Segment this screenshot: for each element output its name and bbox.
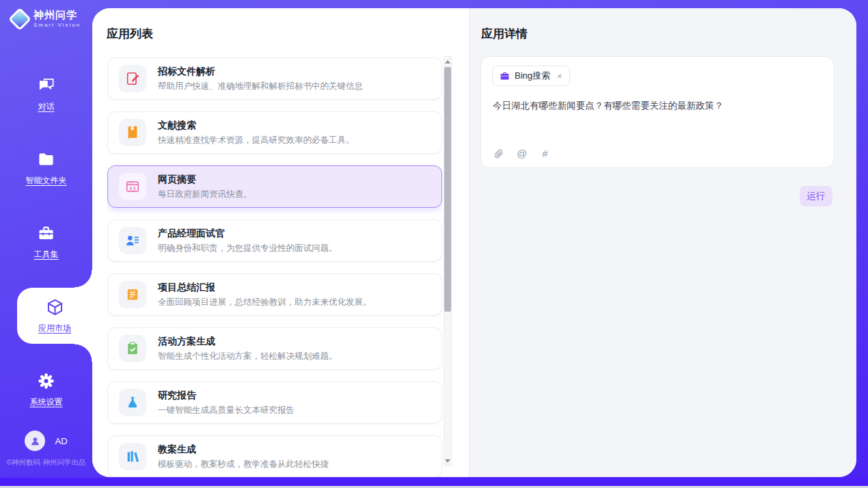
app-detail-panel: 应用详情 Bing搜索 × 今日湖北有哪些新闻要点？有哪些需要关注的最新政策？ … bbox=[469, 8, 856, 477]
app-icon-tile bbox=[119, 65, 146, 92]
app-card-title: 项目总结汇报 bbox=[158, 282, 372, 294]
interview-icon bbox=[125, 233, 140, 248]
scrollbar-up-arrow-icon[interactable] bbox=[444, 57, 451, 66]
app-icon-tile bbox=[119, 281, 146, 308]
clipboard-check-icon bbox=[125, 341, 140, 356]
app-icon-tile bbox=[119, 227, 146, 254]
user-initials: AD bbox=[55, 436, 67, 446]
sidebar-item[interactable]: 智能文件夹 bbox=[0, 131, 92, 205]
sidebar-item-label: 系统设置 bbox=[30, 396, 63, 408]
app-card[interactable]: 招标文件解析 帮助用户快速、准确地理解和解析招标书中的关键信息 bbox=[107, 57, 442, 100]
sidebar-item-label: 对话 bbox=[38, 101, 55, 113]
app-card-description: 明确身份和职责，为您提供专业性的面试问题。 bbox=[158, 243, 338, 254]
doc-edit-icon bbox=[125, 71, 140, 86]
book-icon bbox=[125, 125, 140, 140]
scrollbar-down-arrow-icon[interactable] bbox=[444, 456, 451, 465]
scrollbar-thumb[interactable] bbox=[444, 67, 451, 312]
sidebar-item[interactable]: 对话 bbox=[0, 57, 92, 131]
app-card-title: 活动方案生成 bbox=[158, 336, 338, 348]
sidebar: 神州问学 Smart Vision 对话 智能文件夹 工具集 应用市场 bbox=[0, 0, 92, 477]
app-card-title: 文献搜索 bbox=[158, 120, 355, 132]
sidebar-item[interactable]: 应用市场 bbox=[17, 288, 92, 344]
app-card-title: 产品经理面试官 bbox=[158, 228, 338, 240]
app-card[interactable]: 项目总结汇报 全面回顾项目进展，总结经验教训，助力未来优化发展。 bbox=[107, 273, 442, 316]
app-icon-tile bbox=[119, 119, 146, 146]
copyright-text: ©神州数码·神州问学出品 bbox=[0, 458, 92, 467]
at-icon[interactable]: @ bbox=[516, 148, 528, 159]
hash-icon[interactable]: # bbox=[539, 148, 551, 159]
composer-toolbar: @ # bbox=[493, 148, 551, 159]
main-content: 应用列表 招标文件解析 帮助用户快速、准确地理解和解析招标书中的关键信息 bbox=[92, 8, 856, 477]
diamond-logo-icon bbox=[8, 8, 31, 31]
avatar bbox=[25, 431, 45, 451]
app-card[interactable]: 文献搜索 快速精准查找学术资源，提高研究效率的必备工具。 bbox=[107, 111, 442, 154]
app-card-title: 研究报告 bbox=[158, 390, 295, 402]
app-card-title: 招标文件解析 bbox=[158, 66, 363, 78]
brand-name: 神州问学 bbox=[33, 10, 81, 21]
paperclip-icon[interactable] bbox=[493, 148, 504, 159]
bottom-accent-bar bbox=[0, 478, 868, 486]
books-icon bbox=[125, 449, 140, 464]
app-card[interactable]: 网页摘要 每日政府新闻资讯快查。 bbox=[107, 165, 442, 208]
app-detail-title: 应用详情 bbox=[481, 26, 528, 42]
app-card-description: 快速精准查找学术资源，提高研究效率的必备工具。 bbox=[158, 135, 355, 146]
app-card-description: 智能生成个性化活动方案，轻松解决规划难题。 bbox=[158, 351, 338, 362]
browser-code-icon bbox=[125, 179, 140, 194]
app-card[interactable]: 产品经理面试官 明确身份和职责，为您提供专业性的面试问题。 bbox=[107, 219, 442, 262]
chat-icon bbox=[37, 77, 55, 95]
app-icon-tile bbox=[119, 389, 146, 416]
prompt-input[interactable]: 今日湖北有哪些新闻要点？有哪些需要关注的最新政策？ bbox=[493, 99, 823, 113]
app-icon-tile bbox=[119, 443, 146, 470]
app-icon-tile bbox=[119, 335, 146, 362]
briefcase-icon bbox=[500, 71, 510, 81]
app-list-title: 应用列表 bbox=[107, 26, 153, 42]
research-flask-icon bbox=[125, 395, 140, 410]
run-button[interactable]: 运行 bbox=[800, 186, 832, 206]
sidebar-nav: 对话 智能文件夹 工具集 应用市场 系统设置 bbox=[0, 57, 92, 426]
brand-tagline: Smart Vision bbox=[33, 23, 81, 29]
sidebar-item-label: 应用市场 bbox=[38, 323, 71, 334]
tool-chip-label: Bing搜索 bbox=[515, 70, 550, 82]
user-account[interactable]: AD bbox=[0, 431, 92, 451]
cube-icon bbox=[46, 298, 64, 316]
folder-icon bbox=[37, 150, 55, 169]
tool-chip-bing-search[interactable]: Bing搜索 × bbox=[492, 66, 570, 86]
brand-logo[interactable]: 神州问学 Smart Vision bbox=[0, 10, 92, 28]
app-card-description: 帮助用户快速、准确地理解和解析招标书中的关键信息 bbox=[158, 81, 363, 92]
sidebar-item-label: 智能文件夹 bbox=[26, 175, 67, 187]
sidebar-item[interactable]: 工具集 bbox=[0, 205, 92, 279]
sidebar-item-label: 工具集 bbox=[34, 249, 59, 260]
app-card-description: 一键智能生成高质量长文本研究报告 bbox=[158, 405, 295, 416]
app-card-description: 模板驱动，教案秒成，教学准备从此轻松快捷 bbox=[158, 459, 329, 470]
app-card[interactable]: 教案生成 模板驱动，教案秒成，教学准备从此轻松快捷 bbox=[107, 435, 442, 477]
sidebar-item[interactable]: 系统设置 bbox=[0, 353, 92, 426]
toolbox-icon bbox=[37, 224, 55, 243]
app-card-title: 教案生成 bbox=[158, 444, 329, 456]
app-icon-tile bbox=[119, 173, 146, 200]
app-card-description: 每日政府新闻资讯快查。 bbox=[158, 189, 252, 200]
chip-close-icon[interactable]: × bbox=[557, 71, 562, 81]
report-note-icon bbox=[125, 287, 140, 302]
app-list-panel: 应用列表 招标文件解析 帮助用户快速、准确地理解和解析招标书中的关键信息 bbox=[92, 8, 469, 477]
prompt-card: Bing搜索 × 今日湖北有哪些新闻要点？有哪些需要关注的最新政策？ @ # bbox=[480, 56, 835, 168]
gear-icon bbox=[37, 372, 55, 390]
list-scrollbar[interactable] bbox=[444, 56, 452, 466]
app-card[interactable]: 研究报告 一键智能生成高质量长文本研究报告 bbox=[107, 381, 442, 424]
app-card-description: 全面回顾项目进展，总结经验教训，助力未来优化发展。 bbox=[158, 297, 372, 308]
person-icon bbox=[29, 435, 41, 447]
app-list: 招标文件解析 帮助用户快速、准确地理解和解析招标书中的关键信息 文献搜索 快速精… bbox=[107, 57, 442, 477]
app-card[interactable]: 活动方案生成 智能生成个性化活动方案，轻松解决规划难题。 bbox=[107, 327, 442, 370]
app-card-title: 网页摘要 bbox=[158, 174, 252, 186]
